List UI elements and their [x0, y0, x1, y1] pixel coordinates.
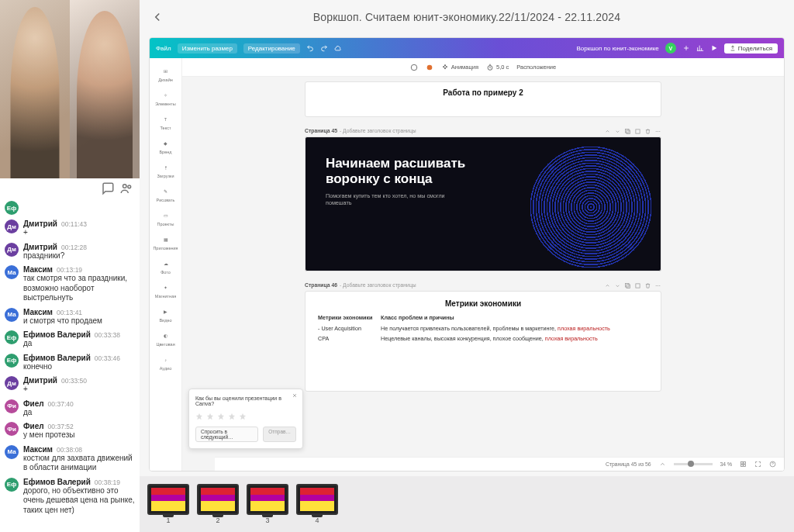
- slide-46[interactable]: Страница 46 - Добавьте заголовок страниц…: [305, 282, 661, 392]
- tool-Бренд[interactable]: ◆Бренд: [153, 135, 179, 157]
- tool-Элементы[interactable]: ✧Элементы: [153, 87, 179, 109]
- delete-icon[interactable]: [644, 282, 651, 289]
- svg-rect-13: [636, 284, 640, 288]
- recording-thumb[interactable]: 4: [296, 484, 338, 524]
- chat-text: праздники?: [23, 251, 136, 261]
- plus-icon[interactable]: [682, 44, 690, 52]
- recording-thumb[interactable]: 2: [197, 484, 239, 524]
- avatar[interactable]: V: [665, 43, 676, 54]
- star-rating[interactable]: [195, 413, 296, 420]
- tool-icon: ▦: [161, 234, 171, 245]
- position-button[interactable]: Расположение: [516, 64, 556, 71]
- delete-icon[interactable]: [644, 128, 651, 135]
- star-icon[interactable]: [239, 413, 247, 420]
- chat-time: 00:13:19: [57, 266, 82, 274]
- chat-time: 00:12:28: [61, 244, 87, 251]
- tool-icon: ◐: [161, 330, 171, 341]
- chat-icon[interactable]: [101, 181, 115, 195]
- resize-menu[interactable]: Изменить размер: [178, 43, 237, 54]
- copy-icon[interactable]: [624, 128, 631, 135]
- palette-icon[interactable]: [410, 64, 418, 71]
- chat-text: да: [23, 408, 136, 418]
- more-icon[interactable]: [654, 128, 661, 135]
- chat-message: Ма Максим00:13:41 и смотря что продаем: [5, 306, 136, 329]
- doc-title[interactable]: Воркшоп по юнит-экономике: [576, 45, 658, 52]
- slide-content: Метрики экономики Метрики экономикиКласс…: [305, 291, 661, 392]
- tool-Проекты[interactable]: ▭Проекты: [153, 207, 179, 230]
- copy-icon[interactable]: [624, 282, 631, 289]
- duplicate-icon[interactable]: [634, 282, 641, 289]
- move-down-icon[interactable]: [614, 282, 621, 289]
- slide-45[interactable]: Страница 45 - Добавьте заголовок страниц…: [305, 128, 661, 271]
- page-tools: [604, 282, 661, 289]
- tool-Дизайн[interactable]: ⊞Дизайн: [153, 63, 179, 85]
- cloud-icon: [334, 44, 342, 52]
- chat-author: Максим: [23, 265, 53, 274]
- zoom-slider[interactable]: [674, 463, 713, 465]
- survey-skip-button[interactable]: Спросить в следующий…: [195, 427, 258, 442]
- close-icon[interactable]: [292, 392, 298, 399]
- duplicate-icon[interactable]: [634, 128, 641, 135]
- move-down-icon[interactable]: [614, 128, 621, 135]
- main-area: Воркшоп. Считаем юнит-экономику.22/11/20…: [140, 0, 794, 532]
- tool-Текст[interactable]: TТекст: [153, 111, 179, 133]
- avatar: Еф: [5, 478, 19, 492]
- tool-Цветовая[interactable]: ◐Цветовая: [153, 327, 179, 350]
- chat-text: +: [23, 228, 136, 238]
- redo-icon[interactable]: [320, 44, 328, 52]
- participant-video[interactable]: [0, 0, 70, 178]
- more-icon[interactable]: [654, 282, 661, 289]
- tool-Приложения[interactable]: ▦Приложения: [153, 231, 179, 254]
- star-icon[interactable]: [228, 413, 236, 420]
- tool-Загрузки[interactable]: ⭱Загрузки: [153, 159, 179, 181]
- chart-icon[interactable]: [696, 44, 704, 52]
- recording-thumb[interactable]: 3: [247, 484, 288, 524]
- recording-thumb[interactable]: 1: [147, 484, 189, 524]
- back-icon[interactable]: [150, 10, 164, 24]
- tool-Фото[interactable]: ☁Фото: [153, 255, 179, 278]
- chat-time: 00:38:08: [57, 446, 82, 454]
- present-icon[interactable]: [710, 44, 718, 52]
- edit-menu[interactable]: Редактирование: [243, 43, 300, 54]
- chat-actions: [0, 178, 140, 197]
- sidebar: Еф Дм Дмитрий00:11:43 + Дм Дмитрий00:12:…: [0, 0, 140, 532]
- star-icon[interactable]: [217, 413, 225, 420]
- tool-icon: ▭: [161, 210, 171, 221]
- animation-button[interactable]: Анимация: [441, 64, 478, 71]
- canva-status-bar: Страница 45 из 56 34 %: [215, 457, 784, 471]
- help-icon[interactable]: [769, 461, 776, 468]
- svg-rect-6: [626, 130, 630, 133]
- tool-Видео[interactable]: ▶Видео: [153, 303, 179, 326]
- tool-icon: ✎: [161, 186, 171, 197]
- svg-rect-20: [744, 465, 746, 467]
- move-up-icon[interactable]: [604, 282, 611, 289]
- chat-list[interactable]: Еф Дм Дмитрий00:11:43 + Дм Дмитрий00:12:…: [0, 197, 140, 532]
- chat-time: 00:37:40: [48, 400, 74, 408]
- move-up-icon[interactable]: [604, 128, 611, 135]
- avatar: Ма: [5, 445, 19, 459]
- chevron-up-icon[interactable]: [659, 461, 666, 468]
- star-icon[interactable]: [195, 413, 203, 420]
- tool-icon: ⊞: [161, 66, 171, 77]
- survey-send-button[interactable]: Отправ…: [263, 427, 296, 442]
- star-icon[interactable]: [206, 413, 214, 420]
- tool-Аудио[interactable]: ♪Аудио: [153, 351, 179, 374]
- people-icon[interactable]: [119, 181, 133, 195]
- grid-icon[interactable]: [740, 461, 747, 468]
- clock-icon: [486, 64, 494, 71]
- tool-icon: ◆: [161, 138, 171, 149]
- color-icon[interactable]: [426, 64, 433, 71]
- slide-44[interactable]: Работа по примеру 2: [305, 81, 661, 117]
- chat-text: да: [23, 339, 136, 349]
- chat-author: Фиел: [23, 422, 44, 430]
- undo-icon[interactable]: [306, 44, 314, 52]
- timer-button[interactable]: 5,0 с: [486, 64, 509, 71]
- tool-Рисовать[interactable]: ✎Рисовать: [153, 183, 179, 206]
- file-menu[interactable]: Файл: [156, 45, 171, 52]
- avatar: Дм: [5, 243, 19, 257]
- tool-Магнитная[interactable]: ✦Магнитная: [153, 279, 179, 302]
- fullscreen-icon[interactable]: [754, 461, 761, 468]
- monitor-icon: [247, 484, 288, 515]
- share-button[interactable]: Поделиться: [724, 43, 778, 54]
- participant-video[interactable]: [70, 0, 140, 178]
